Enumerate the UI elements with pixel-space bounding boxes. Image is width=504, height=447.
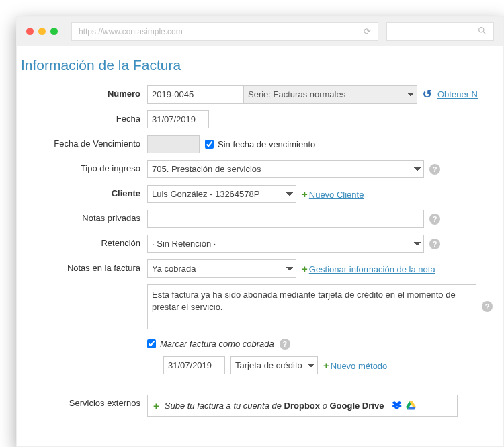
plus-icon: + (153, 400, 159, 411)
svg-line-1 (483, 32, 485, 34)
help-icon[interactable]: ? (429, 239, 440, 249)
label-numero: Número (22, 85, 140, 104)
tipo-ingreso-select[interactable]: 705. Prestación de servicios (147, 160, 424, 178)
row-notas-text: Esta factura ya ha sido abonada mediante… (147, 284, 497, 329)
sin-fecha-venc-label: Sin fecha de vencimiento (218, 139, 315, 149)
help-icon[interactable]: ? (482, 301, 493, 312)
label-serv-ext: Servicios externos (22, 395, 140, 417)
page-title: Información de la Factura (21, 57, 497, 73)
row-numero: Serie: Facturas normales ↻ Obtener N (147, 85, 497, 104)
label-tipo-ingreso: Tipo de ingreso (22, 160, 140, 178)
row-fecha-venc: Sin fecha de vencimiento (147, 135, 497, 153)
cobrada-checkbox[interactable] (147, 339, 156, 348)
svg-point-0 (479, 27, 484, 32)
google-drive-icon (406, 401, 416, 410)
row-retencion: · Sin Retención · ? (147, 235, 497, 253)
row-cobrada-detail: Tarjeta de crédito +Nuevo método (147, 356, 497, 374)
url-text: https://www.contasimple.com (79, 27, 183, 36)
notas-fact-textarea[interactable]: Esta factura ya ha sido abonada mediante… (147, 284, 476, 329)
plus-icon: + (323, 360, 329, 371)
label-fecha-venc: Fecha de Vencimiento (22, 135, 140, 153)
help-icon[interactable]: ? (429, 164, 440, 175)
search-icon (478, 26, 487, 37)
notas-fact-select[interactable]: Ya cobrada (147, 259, 296, 278)
row-fecha (147, 110, 497, 128)
fecha-venc-input (147, 135, 200, 153)
window-controls (26, 28, 58, 35)
servicios-externos-box[interactable]: + Sube tu factura a tu cuenta de Dropbox… (147, 395, 458, 417)
serv-ext-text: Sube tu factura a tu cuenta de Dropbox o… (165, 401, 384, 411)
row-cobrada-check: Marcar factura como cobrada ? (147, 339, 497, 350)
serie-select[interactable]: Serie: Facturas normales (244, 85, 417, 104)
search-bar[interactable] (386, 22, 494, 41)
help-icon[interactable]: ? (280, 339, 290, 350)
notas-priv-input[interactable] (147, 210, 424, 228)
nuevo-metodo-link[interactable]: +Nuevo método (323, 360, 387, 371)
row-notas-fact: Ya cobrada +Gestionar información de la … (147, 259, 497, 278)
label-cliente: Cliente (22, 185, 140, 203)
maximize-icon[interactable] (50, 28, 58, 35)
label-notas-fact: Notas en la factura (22, 259, 140, 278)
fecha-input[interactable] (147, 110, 209, 128)
plus-icon: + (302, 263, 308, 274)
label-retencion: Retención (22, 235, 140, 253)
gestionar-nota-link[interactable]: +Gestionar información de la nota (302, 263, 435, 274)
dropbox-icon (392, 401, 402, 410)
sin-fecha-venc-check[interactable]: Sin fecha de vencimiento (205, 139, 315, 149)
app-window: https://www.contasimple.com ⟳ Informació… (16, 16, 504, 447)
reload-icon[interactable]: ↻ (423, 87, 432, 101)
cliente-select[interactable]: Luis González - 13264578P (147, 185, 296, 203)
numero-serie-group: Serie: Facturas normales (147, 85, 417, 104)
label-fecha: Fecha (22, 110, 140, 128)
row-serv-ext: + Sube tu factura a tu cuenta de Dropbox… (147, 395, 497, 417)
url-bar[interactable]: https://www.contasimple.com ⟳ (71, 22, 378, 41)
cobrada-fecha-input[interactable] (163, 356, 225, 374)
cobrada-metodo-select[interactable]: Tarjeta de crédito (230, 356, 318, 374)
cobrada-check[interactable]: Marcar factura como cobrada (147, 339, 274, 349)
sin-fecha-venc-checkbox[interactable] (205, 140, 214, 149)
row-tipo-ingreso: 705. Prestación de servicios ? (147, 160, 497, 178)
page-content: Información de la Factura Número Serie: … (17, 46, 503, 417)
numero-input[interactable] (147, 85, 244, 104)
invoice-form: Número Serie: Facturas normales ↻ Obtene… (22, 85, 497, 417)
row-notas-priv: ? (147, 210, 497, 228)
minimize-icon[interactable] (38, 28, 46, 35)
help-icon[interactable]: ? (429, 214, 440, 225)
retencion-select[interactable]: · Sin Retención · (147, 235, 424, 253)
browser-toolbar: https://www.contasimple.com ⟳ (17, 17, 503, 46)
cobrada-label: Marcar factura como cobrada (160, 339, 274, 349)
plus-icon: + (302, 188, 308, 200)
close-icon[interactable] (26, 28, 34, 35)
label-notas-priv: Notas privadas (22, 210, 140, 228)
obtener-numero-link[interactable]: Obtener N (437, 89, 478, 99)
row-cliente: Luis González - 13264578P +Nuevo Cliente (147, 185, 497, 203)
refresh-icon[interactable]: ⟳ (364, 26, 371, 36)
nuevo-cliente-link[interactable]: +Nuevo Cliente (302, 188, 364, 200)
